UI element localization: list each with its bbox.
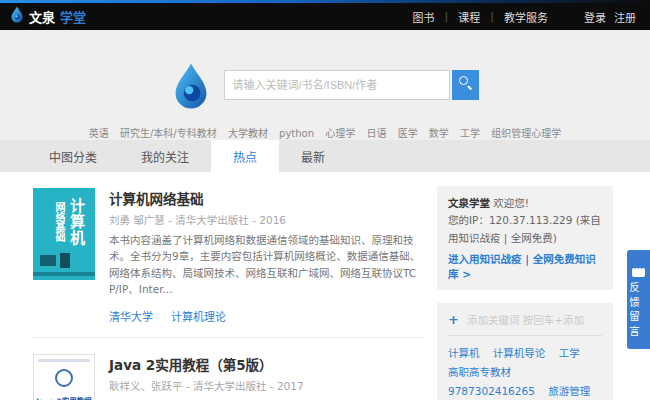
nav-separator: |: [490, 10, 494, 23]
book-tag[interactable]: 计算机理论: [171, 311, 226, 324]
hot-keyword[interactable]: 工学: [460, 128, 480, 139]
feedback-button[interactable]: 反馈留言: [627, 250, 650, 349]
welcome-brand: 文泉学堂: [448, 197, 490, 209]
sidebar-tag-cloud: 计算机 计算机导论 工学 高职高专教材 9787302416265 旅游管理 航…: [448, 343, 602, 400]
top-navbar: 文泉学堂 图书 | 课程 | 教学服务 登录 注册: [0, 3, 650, 30]
book-list: 计算机 网络基础 计算机网络基础 刘勇 邹广慧 - 清华大学出版社 - 2016…: [33, 172, 425, 400]
hot-keywords: 英语 研究生/本科/专科教材 大学教材 python 心理学 日语 医学 数学 …: [0, 125, 650, 140]
book-title[interactable]: Java 2实用教程（第5版）: [109, 354, 425, 374]
book-title[interactable]: 计算机网络基础: [109, 188, 425, 208]
brand-name-part1: 文泉: [29, 7, 55, 26]
divider: [448, 335, 602, 336]
cover-title: Java 2实用教程: [34, 395, 94, 400]
book-item: Java 2实用教程 （第5版） Java 2实用教程（第5版） 耿祥义、张跃平…: [33, 338, 425, 400]
hot-keyword[interactable]: 医学: [398, 128, 418, 139]
sidebar-tag[interactable]: 旅游管理: [548, 383, 590, 398]
register-link[interactable]: 注册: [614, 9, 636, 25]
tab-my-follows[interactable]: 我的关注: [119, 140, 211, 172]
book-meta: 耿祥义、张跃平 - 清华大学出版社 - 2017: [109, 378, 425, 393]
brand-name-part2: 学堂: [60, 7, 86, 26]
hot-keyword[interactable]: 研究生/本科/专科教材: [120, 128, 217, 139]
hot-keyword[interactable]: 大学教材: [228, 128, 268, 139]
add-keyword-row: + 添加关键词 按回车+添加: [448, 312, 602, 327]
hot-keyword[interactable]: 组织管理心理学: [491, 128, 561, 139]
cover-subtitle-vertical: 网络基础: [52, 202, 67, 242]
welcome-greeting: 欢迎您!: [493, 197, 529, 209]
login-link[interactable]: 登录: [584, 9, 606, 25]
comment-icon: [632, 268, 645, 277]
page: 文泉学堂 图书 | 课程 | 教学服务 登录 注册 英语 研究生/本科/专科教材…: [0, 0, 650, 400]
nav-item-courses[interactable]: 课程: [458, 9, 480, 25]
ip-line: 您的IP：120.37.113.229 (来自 用知识战疫 | 全网免费): [448, 212, 602, 247]
tab-clc-classification[interactable]: 中图分类: [27, 140, 119, 172]
sidebar: 文泉学堂 欢迎您! 您的IP：120.37.113.229 (来自 用知识战疫 …: [437, 186, 613, 400]
sidebar-tag[interactable]: 计算机: [448, 345, 480, 360]
book-item: 计算机 网络基础 计算机网络基础 刘勇 邹广慧 - 清华大学出版社 - 2016…: [33, 172, 425, 338]
auth-links: 登录 注册: [584, 9, 636, 25]
knowledge-base-link[interactable]: 进入用知识战疫 | 全网免费知识库 >: [448, 251, 602, 281]
add-keyword-placeholder[interactable]: 添加关键词 按回车+添加: [467, 312, 584, 327]
feedback-label: 反馈留言: [627, 282, 642, 340]
book-cover[interactable]: 计算机 网络基础: [33, 188, 95, 280]
search-section: 英语 研究生/本科/专科教材 大学教材 python 心理学 日语 医学 数学 …: [0, 30, 650, 140]
tab-bar: 中图分类 我的关注 热点 最新: [0, 140, 650, 172]
sidebar-tag[interactable]: 工学: [559, 345, 580, 360]
nav-item-teaching-service[interactable]: 教学服务: [504, 9, 548, 25]
tab-newest[interactable]: 最新: [279, 140, 347, 172]
search-input[interactable]: [224, 70, 450, 100]
book-tags: 清华大学 计算机理论: [109, 306, 425, 325]
welcome-box: 文泉学堂 欢迎您! 您的IP：120.37.113.229 (来自 用知识战疫 …: [437, 186, 613, 290]
hot-keyword[interactable]: 数学: [429, 128, 449, 139]
sidebar-tag[interactable]: 计算机导论: [493, 345, 546, 360]
cover-title-vertical: 计算机: [66, 198, 87, 246]
sidebar-tag[interactable]: 高职高专教材: [448, 364, 511, 379]
top-nav-menu: 图书 | 课程 | 教学服务 登录 注册: [413, 9, 636, 25]
nav-separator: |: [445, 10, 449, 23]
brand-logo[interactable]: 文泉学堂: [10, 6, 86, 27]
hot-keyword[interactable]: 日语: [366, 128, 386, 139]
hot-keyword[interactable]: python: [279, 128, 314, 139]
nav-item-books[interactable]: 图书: [413, 9, 435, 25]
search-box: [224, 70, 479, 100]
hot-keyword[interactable]: 英语: [89, 128, 109, 139]
book-meta: 刘勇 邹广慧 - 清华大学出版社 - 2016: [109, 212, 425, 227]
tab-hot[interactable]: 热点: [211, 140, 279, 172]
keyword-tags-box: + 添加关键词 按回车+添加 计算机 计算机导论 工学 高职高专教材 97873…: [437, 303, 613, 400]
book-tag[interactable]: 清华大学: [109, 311, 153, 324]
book-cover[interactable]: Java 2实用教程 （第5版）: [33, 354, 95, 400]
search-icon: [459, 76, 468, 85]
book-description: 本书内容涵盖了计算机网络和数据通信领域的基础知识、原理和技术。全书分为9章，主要…: [109, 232, 425, 297]
sidebar-tag[interactable]: 9787302416265: [448, 385, 535, 397]
drop-logo-icon: [10, 6, 24, 27]
content-area: 计算机 网络基础 计算机网络基础 刘勇 邹广慧 - 清华大学出版社 - 2016…: [0, 172, 650, 400]
plus-icon[interactable]: +: [448, 312, 459, 327]
search-button[interactable]: [452, 70, 479, 100]
hot-keyword[interactable]: 心理学: [325, 128, 355, 139]
site-logo-icon: [172, 62, 210, 114]
